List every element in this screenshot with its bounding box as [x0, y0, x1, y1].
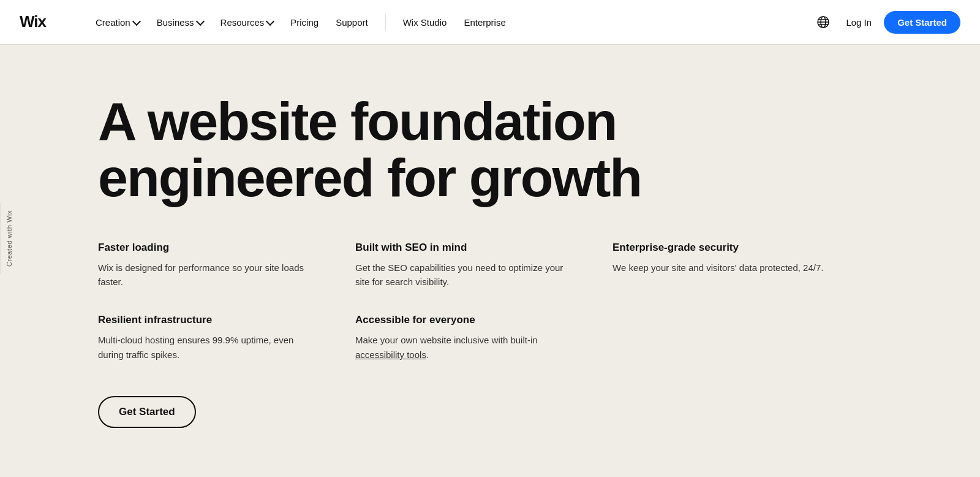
feature-title: Faster loading [98, 241, 318, 254]
feature-seo: Built with SEO in mind Get the SEO capab… [355, 241, 576, 289]
chevron-down-icon [132, 17, 141, 25]
hero-title: A website foundation engineered for grow… [98, 93, 686, 207]
nav-divider [385, 13, 386, 31]
feature-title: Resilient infrastructure [98, 313, 318, 327]
hero-get-started-button[interactable]: Get Started [98, 396, 196, 428]
nav-resources[interactable]: Resources [213, 12, 281, 32]
nav-support[interactable]: Support [328, 12, 375, 32]
nav-creation[interactable]: Creation [88, 12, 147, 32]
chevron-down-icon [196, 17, 205, 25]
feature-security: Enterprise-grade security We keep your s… [612, 241, 833, 289]
nav-get-started-button[interactable]: Get Started [884, 11, 960, 34]
nav-links: Creation Business Resources Pricing Supp… [88, 12, 813, 32]
nav-pricing[interactable]: Pricing [283, 12, 326, 32]
log-in-link[interactable]: Log In [843, 12, 874, 32]
wix-logo[interactable]: Wix [20, 13, 66, 31]
nav-wix-studio[interactable]: Wix Studio [396, 12, 454, 32]
feature-desc: We keep your site and visitors' data pro… [612, 261, 833, 275]
feature-accessibility: Accessible for everyone Make your own we… [355, 313, 576, 362]
feature-desc: Get the SEO capabilities you need to opt… [355, 261, 576, 289]
language-selector-button[interactable] [813, 12, 834, 32]
feature-title: Built with SEO in mind [355, 241, 576, 254]
features-grid: Faster loading Wix is designed for perfo… [98, 241, 833, 362]
svg-text:Wix: Wix [20, 13, 47, 31]
globe-icon [816, 15, 830, 29]
feature-desc: Make your own website inclusive with bui… [355, 333, 576, 362]
feature-desc: Multi-cloud hosting ensures 99.9% uptime… [98, 333, 318, 362]
main-content: A website foundation engineered for grow… [0, 44, 980, 477]
side-badge: Created with Wix [0, 203, 18, 274]
feature-title: Accessible for everyone [355, 313, 576, 327]
nav-right: Log In Get Started [813, 11, 960, 34]
feature-faster-loading: Faster loading Wix is designed for perfo… [98, 241, 318, 289]
nav-enterprise[interactable]: Enterprise [456, 12, 513, 32]
chevron-down-icon [266, 17, 274, 25]
feature-desc: Wix is designed for performance so your … [98, 261, 318, 289]
feature-title: Enterprise-grade security [612, 241, 833, 254]
accessibility-tools-link[interactable]: accessibility tools [355, 349, 426, 360]
main-nav: Wix Creation Business Resources Pricing … [0, 0, 980, 44]
feature-infrastructure: Resilient infrastructure Multi-cloud hos… [98, 313, 318, 362]
nav-business[interactable]: Business [149, 12, 211, 32]
